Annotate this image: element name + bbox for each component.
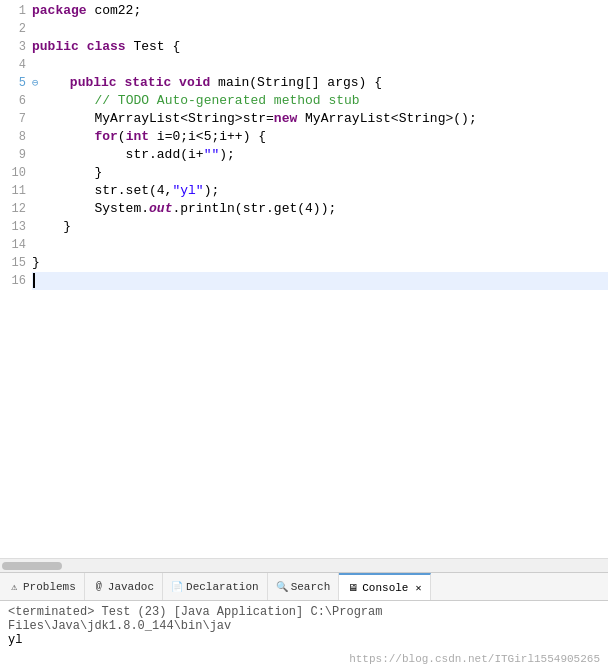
tab-search[interactable]: 🔍Search xyxy=(268,573,340,600)
tab-javadoc[interactable]: @Javadoc xyxy=(85,573,163,600)
tab-console[interactable]: 🖥Console✕ xyxy=(339,573,430,600)
code-line-13: } xyxy=(32,218,608,236)
problems-icon: ⚠ xyxy=(8,581,20,593)
line-numbers: 12345678910111213141516 xyxy=(0,0,32,558)
search-icon: 🔍 xyxy=(276,581,288,593)
console-close[interactable]: ✕ xyxy=(415,582,421,594)
code-line-16 xyxy=(32,272,608,290)
code-line-9: str.add(i+""); xyxy=(32,146,608,164)
console-icon: 🖥 xyxy=(347,582,359,594)
console-area: <terminated> Test (23) [Java Application… xyxy=(0,600,608,667)
code-line-3: public class Test { xyxy=(32,38,608,56)
tab-problems[interactable]: ⚠Problems xyxy=(0,573,85,600)
code-line-4 xyxy=(32,56,608,74)
code-line-2 xyxy=(32,20,608,38)
code-content[interactable]: package com22;public class Test {⊖ publi… xyxy=(32,0,608,558)
code-line-6: // TODO Auto-generated method stub xyxy=(32,92,608,110)
watermark: https://blog.csdn.net/ITGirl1554905265 xyxy=(0,651,608,667)
bottom-tab-bar: ⚠Problems@Javadoc📄Declaration🔍Search🖥Con… xyxy=(0,572,608,600)
scrollbar-thumb[interactable] xyxy=(2,562,62,570)
code-line-14 xyxy=(32,236,608,254)
search-label: Search xyxy=(291,581,331,593)
code-editor: 12345678910111213141516 package com22;pu… xyxy=(0,0,608,572)
terminated-text: <terminated> Test (23) [Java Application… xyxy=(8,605,382,633)
code-line-11: str.set(4,"yl"); xyxy=(32,182,608,200)
output-value: yl xyxy=(8,633,600,647)
code-line-15: } xyxy=(32,254,608,272)
tab-declaration[interactable]: 📄Declaration xyxy=(163,573,268,600)
horizontal-scrollbar[interactable] xyxy=(0,558,608,572)
code-line-5: ⊖ public static void main(String[] args)… xyxy=(32,74,608,92)
javadoc-label: Javadoc xyxy=(108,581,154,593)
declaration-label: Declaration xyxy=(186,581,259,593)
javadoc-icon: @ xyxy=(93,581,105,593)
code-line-1: package com22; xyxy=(32,2,608,20)
code-line-8: for(int i=0;i<5;i++) { xyxy=(32,128,608,146)
code-line-7: MyArrayList<String>str=new MyArrayList<S… xyxy=(32,110,608,128)
declaration-icon: 📄 xyxy=(171,581,183,593)
problems-label: Problems xyxy=(23,581,76,593)
console-output: <terminated> Test (23) [Java Application… xyxy=(0,601,608,651)
code-line-12: System.out.println(str.get(4)); xyxy=(32,200,608,218)
console-label: Console xyxy=(362,582,408,594)
code-line-10: } xyxy=(32,164,608,182)
